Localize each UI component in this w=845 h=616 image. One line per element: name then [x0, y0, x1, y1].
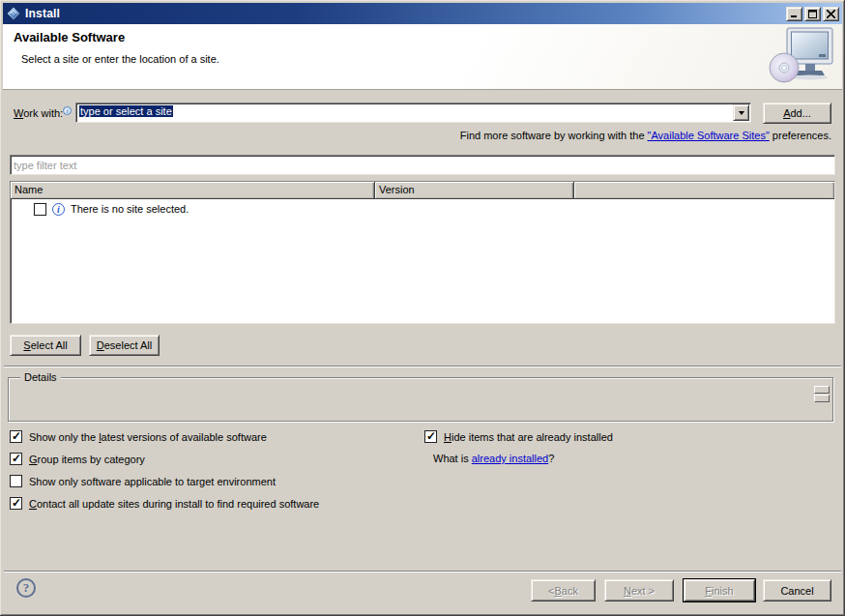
option-target-environment[interactable]: Show only software applicable to target …: [10, 475, 276, 487]
details-label: Details: [20, 371, 61, 383]
info-bubble-icon: i: [63, 106, 72, 115]
option-label[interactable]: Show only software applicable to target …: [29, 476, 276, 487]
finish-button[interactable]: Finish: [684, 579, 755, 601]
find-more-hint-pre: Find more software by working with the: [460, 130, 648, 141]
install-dialog-window: Install Available Software Select a site…: [0, 0, 845, 616]
empty-table-message: There is no site selected.: [71, 203, 189, 215]
help-button[interactable]: ?: [16, 578, 36, 598]
checkbox-hide-installed[interactable]: [424, 430, 437, 443]
page-title: Available Software: [14, 30, 125, 44]
maximize-button[interactable]: [804, 7, 821, 21]
next-button[interactable]: Next >: [604, 579, 674, 601]
install-monitor-cd-icon: [766, 25, 835, 87]
checkbox-target-environment[interactable]: [10, 475, 22, 487]
select-all-button[interactable]: Select All: [10, 335, 81, 356]
page-subtitle: Select a site or enter the location of a…: [21, 53, 219, 65]
minimize-icon: [790, 10, 799, 18]
separator: [4, 571, 841, 572]
column-header-version[interactable]: Version: [375, 182, 574, 199]
add-button[interactable]: Add...: [763, 103, 831, 124]
software-table: Name Version i There is no site selected…: [10, 181, 835, 324]
find-more-hint: Find more software by working with the "…: [460, 130, 831, 141]
row-checkbox[interactable]: [34, 203, 46, 216]
expand-bar: [814, 395, 830, 402]
work-with-combo-text[interactable]: type or select a site: [76, 103, 733, 122]
option-show-latest[interactable]: Show only the latest versions of availab…: [10, 430, 267, 443]
details-expand-icon[interactable]: [814, 386, 830, 403]
already-installed-link[interactable]: already installed: [472, 453, 549, 464]
info-icon: i: [52, 203, 65, 216]
option-contact-update-sites[interactable]: Contact all update sites during install …: [10, 497, 319, 510]
details-group: Details: [8, 377, 833, 422]
work-with-combo-dropdown-button[interactable]: [733, 104, 749, 121]
option-group-by-category[interactable]: Group items by category: [10, 453, 145, 465]
table-header: Name Version: [11, 182, 834, 199]
available-software-sites-link[interactable]: "Available Software Sites": [648, 130, 770, 141]
maximize-icon: [808, 10, 817, 18]
filter-input[interactable]: [10, 155, 835, 175]
install-diamond-icon: [6, 6, 21, 21]
chevron-down-icon: [739, 111, 744, 115]
option-label[interactable]: Contact all update sites during install …: [29, 498, 319, 510]
option-label[interactable]: Group items by category: [29, 454, 145, 465]
checkbox-group-by-category[interactable]: [10, 453, 22, 465]
window-title: Install: [25, 7, 60, 20]
column-header-empty[interactable]: [574, 182, 834, 199]
close-icon: [827, 10, 835, 18]
cancel-button[interactable]: Cancel: [763, 579, 831, 601]
work-with-combo-selected-value[interactable]: type or select a site: [79, 105, 173, 117]
column-header-name[interactable]: Name: [11, 182, 375, 199]
work-with-label-text: Work with:: [14, 107, 63, 119]
work-with-label: Work with:i: [14, 106, 72, 119]
expand-bar: [814, 386, 830, 394]
back-button[interactable]: < Back: [531, 579, 596, 601]
work-with-combo[interactable]: type or select a site: [75, 103, 751, 123]
deselect-all-button[interactable]: Deselect All: [89, 335, 160, 356]
table-row[interactable]: i There is no site selected.: [11, 199, 834, 219]
wizard-banner: Available Software Select a site or ente…: [3, 24, 842, 90]
hint-pre: What is: [433, 453, 472, 464]
separator: [4, 366, 841, 367]
option-label[interactable]: Hide items that are already installed: [444, 431, 613, 443]
hint-post: ?: [548, 453, 554, 464]
what-is-installed-hint: What is already installed?: [433, 453, 554, 464]
close-button[interactable]: [823, 7, 839, 21]
option-hide-installed[interactable]: Hide items that are already installed: [424, 430, 613, 443]
find-more-hint-post: preferences.: [770, 130, 831, 141]
option-label[interactable]: Show only the latest versions of availab…: [29, 431, 267, 443]
checkbox-show-latest[interactable]: [10, 430, 22, 443]
checkbox-contact-update-sites[interactable]: [10, 497, 22, 510]
minimize-button[interactable]: [786, 7, 802, 21]
titlebar[interactable]: Install: [3, 3, 842, 24]
